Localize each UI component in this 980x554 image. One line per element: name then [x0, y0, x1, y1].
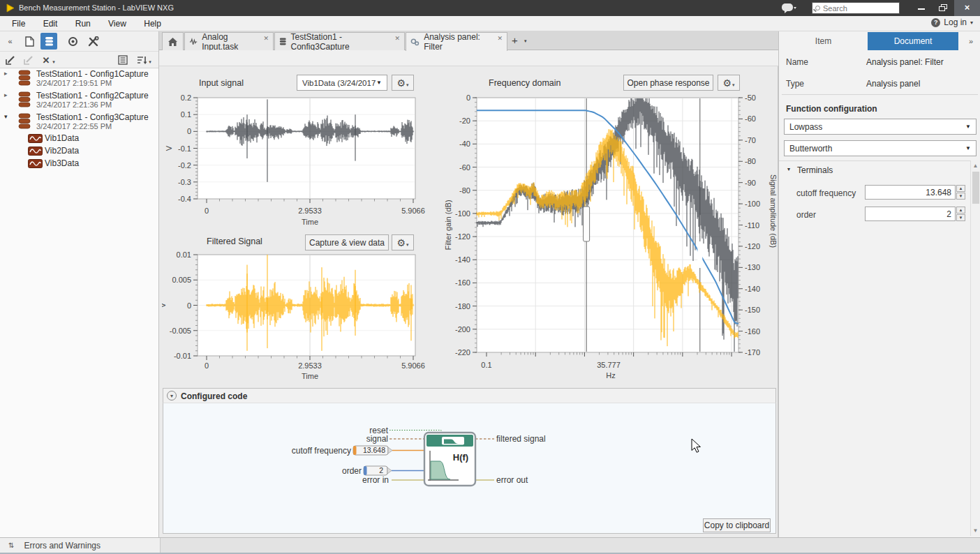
database-icon	[279, 37, 287, 46]
svg-text:-0.3: -0.3	[178, 178, 191, 186]
data-view-button[interactable]	[40, 33, 57, 50]
tab-teststation1-config3capture[interactable]: TestStation1 - Config3Capture ✕	[274, 32, 405, 50]
menu-run[interactable]: Run	[68, 16, 98, 31]
svg-text:-160: -160	[745, 327, 760, 336]
svg-text:-0.2: -0.2	[178, 161, 191, 170]
capture-view-data-button[interactable]: Capture & view data	[305, 234, 389, 250]
feedback-bubble-icon[interactable]	[781, 3, 796, 14]
inspector-scrollbar[interactable]: ▲ ▼	[970, 160, 980, 536]
waveform-chip-icon	[28, 147, 43, 156]
collapse-section-icon[interactable]: ▾	[167, 391, 177, 400]
file-view-button[interactable]	[21, 33, 38, 50]
gears-icon	[410, 38, 420, 47]
new-tab-button[interactable]: +	[512, 34, 518, 46]
open-phase-response-button[interactable]: Open phase response	[623, 75, 713, 91]
filtered-chart-settings-button[interactable]: ⚙▾	[392, 234, 414, 250]
search-input[interactable]	[823, 4, 893, 13]
freq-chart-settings-button[interactable]: ⚙▾	[718, 75, 740, 91]
svg-text:H(f): H(f)	[453, 452, 468, 463]
svg-text:-110: -110	[745, 221, 759, 230]
overflow-tabs-button[interactable]: »	[962, 32, 980, 50]
tree-item-config3[interactable]: ▾ TestStation1 - Config3Capture 3/24/201…	[0, 112, 158, 133]
menu-bar: File Edit Run View Help ? Log in ▾	[0, 16, 980, 31]
search-box[interactable]	[812, 2, 900, 14]
login-control[interactable]: ? Log in ▾	[931, 17, 973, 27]
tab-home[interactable]	[162, 32, 184, 50]
collapse-panel-button[interactable]: «	[1, 33, 18, 50]
svg-text:-120: -120	[745, 242, 760, 250]
svg-text:filtered signal: filtered signal	[496, 434, 546, 444]
filtered-chart-title: Filtered Signal	[207, 237, 262, 246]
tab-list-caret[interactable]: ▾	[524, 38, 527, 44]
svg-text:0: 0	[466, 93, 470, 102]
capture-database-icon	[18, 70, 31, 87]
svg-text:5.9066: 5.9066	[401, 207, 425, 215]
block-diagram-canvas[interactable]: 13.6482H(f)resetsignalcutoff frequencyor…	[163, 404, 775, 533]
svg-text:0: 0	[205, 207, 209, 215]
svg-text:0.1: 0.1	[181, 110, 191, 119]
charts-canvas[interactable]: 0.20.10-0.1-0.2-0.3-0.402.95335.9066Time…	[162, 66, 778, 387]
rename-button[interactable]	[20, 52, 36, 68]
cutoff-frequency-input[interactable]	[865, 185, 956, 200]
freq-chart-title: Frequency domain	[489, 78, 561, 88]
copy-to-clipboard-button[interactable]: Copy to clipboard	[703, 518, 771, 532]
expander-expanded-icon[interactable]: ▾	[4, 113, 8, 120]
menu-help[interactable]: Help	[136, 16, 169, 31]
utilities-button[interactable]	[85, 33, 102, 50]
svg-text:13.648: 13.648	[363, 446, 385, 454]
tree-item-config1[interactable]: ▸ TestStation1 - Config1Capture 3/24/201…	[0, 69, 158, 90]
menu-edit[interactable]: Edit	[36, 16, 66, 31]
svg-text:signal: signal	[366, 434, 388, 444]
edit-item-button[interactable]	[1, 52, 18, 68]
svg-text:-60: -60	[745, 114, 756, 123]
svg-text:Signal amplitude (dB): Signal amplitude (dB)	[769, 174, 778, 248]
terminals-expander-icon[interactable]: ▾	[787, 166, 790, 172]
input-chart-settings-button[interactable]: ⚙▾	[392, 75, 414, 91]
capture-view-button[interactable]	[64, 33, 81, 50]
svg-text:-0.4: -0.4	[178, 195, 191, 203]
input-chart-title: Input signal	[199, 78, 244, 88]
expander-collapsed-icon[interactable]: ▸	[4, 91, 8, 98]
scroll-up-icon[interactable]: ▲	[971, 161, 980, 170]
sort-options-caret[interactable]: ▾	[147, 54, 154, 70]
cutoff-increment-button[interactable]: ▲	[956, 185, 965, 192]
svg-text:-120: -120	[455, 232, 470, 241]
cutoff-decrement-button[interactable]: ▼	[956, 193, 965, 200]
outline-view-button[interactable]	[114, 52, 131, 68]
tab-document[interactable]: Document	[868, 32, 958, 50]
restore-button[interactable]	[933, 0, 953, 16]
tree-item-config2[interactable]: ▸ TestStation1 - Config2Capture 3/24/201…	[0, 91, 158, 112]
order-input[interactable]	[865, 207, 956, 221]
tab-analog-input-task[interactable]: Analog Input.task ✕	[184, 32, 274, 50]
filter-type-dropdown[interactable]: Lowpass▼	[784, 119, 977, 135]
close-tab-icon[interactable]: ✕	[263, 35, 269, 42]
input-signal-selector[interactable]: Vib1Data (3/24/2017 2:2... ▼	[297, 75, 387, 91]
svg-text:-100: -100	[745, 200, 760, 208]
minimize-button[interactable]	[912, 0, 931, 16]
sidebar: « ✕ ▾	[0, 31, 159, 537]
svg-text:-70: -70	[745, 136, 756, 144]
close-button[interactable]: ×	[954, 0, 980, 16]
scroll-down-icon[interactable]: ▼	[971, 526, 980, 535]
close-tab-icon[interactable]: ✕	[394, 35, 400, 42]
order-decrement-button[interactable]: ▼	[956, 214, 965, 221]
order-increment-button[interactable]: ▲	[956, 207, 965, 214]
menu-file[interactable]: File	[4, 16, 33, 31]
errors-warnings-toggle[interactable]: ⇅ Errors and Warnings	[0, 538, 161, 553]
scrollbar-thumb[interactable]	[972, 172, 979, 204]
tree-item-vib3data[interactable]: Vib3Data	[0, 158, 158, 171]
tab-analysis-panel-filter[interactable]: Analysis panel: Filter ✕	[406, 32, 507, 51]
tree-item-vib1data[interactable]: Vib1Data	[0, 133, 158, 146]
expander-collapsed-icon[interactable]: ▸	[4, 70, 8, 77]
menu-view[interactable]: View	[101, 16, 134, 31]
tree-item-vib2data[interactable]: Vib2Data	[0, 146, 158, 158]
status-bar: ⇅ Errors and Warnings	[0, 537, 980, 554]
divider	[782, 94, 978, 95]
delete-options-caret[interactable]: ▾	[50, 54, 57, 70]
document-toolbar-strip	[159, 50, 778, 66]
edit-icon	[5, 55, 15, 66]
close-tab-icon[interactable]: ✕	[497, 35, 503, 42]
filter-design-dropdown[interactable]: Butterworth▼	[784, 140, 977, 156]
tab-item[interactable]: Item	[779, 32, 868, 50]
gear-icon: ⚙	[396, 237, 406, 248]
